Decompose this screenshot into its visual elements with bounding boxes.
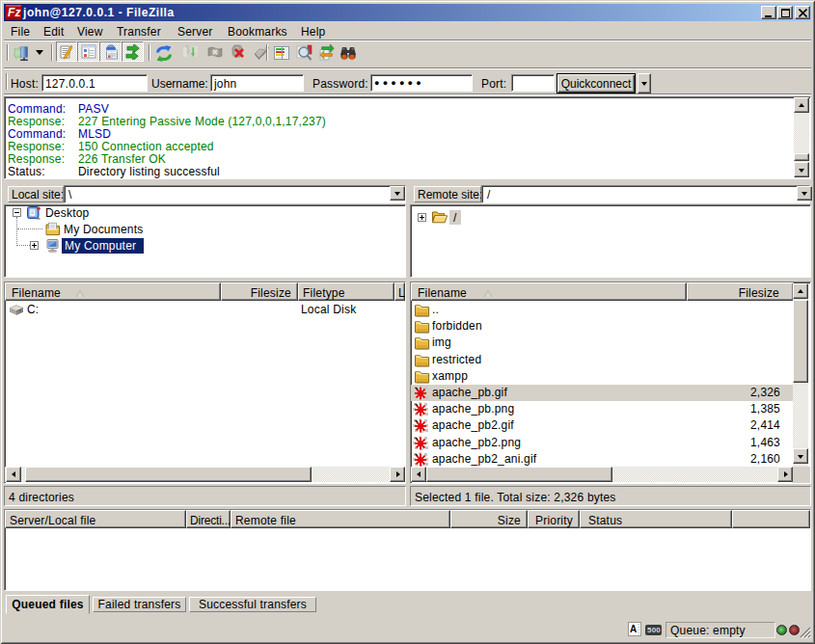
svg-text:Fz: Fz xyxy=(8,6,21,19)
